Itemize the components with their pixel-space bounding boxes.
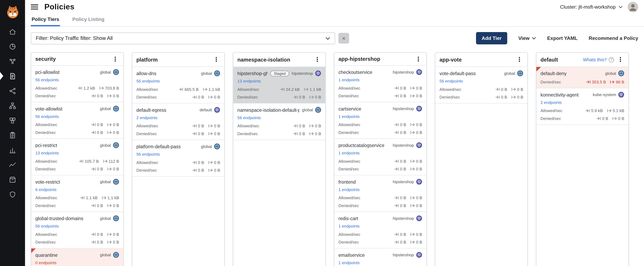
clear-filter-button[interactable]: × (338, 33, 349, 44)
policy-name[interactable]: default-deny (540, 71, 566, 76)
policy-endpoints-link[interactable]: 1 endpoints (338, 114, 360, 119)
policy-name[interactable]: emailservice (338, 252, 365, 258)
metric-values: 0 B 0 B (293, 95, 321, 99)
user-avatar[interactable] (628, 2, 638, 12)
policy-endpoints-link[interactable]: 56 endpoints (35, 114, 59, 119)
tier-help: Whats this? ? (583, 57, 614, 62)
policy-name[interactable]: pci-restrict (35, 143, 57, 148)
policy-name[interactable]: checkoutservice (338, 70, 372, 74)
tier-menu-button[interactable]: ⋮ (414, 55, 422, 63)
policy-name[interactable]: vote-restrict (35, 179, 60, 184)
policy-endpoints-link[interactable]: 1 endpoints (338, 77, 360, 83)
sidebar-item-compliance[interactable] (0, 187, 25, 202)
policy-card[interactable]: default-egress default 2 endpoints Allow… (132, 104, 224, 140)
policy-card[interactable]: vote-allowlist global 56 endpoints Allow… (31, 102, 123, 139)
tier-menu-button[interactable]: ⋮ (111, 55, 119, 63)
policy-name[interactable]: vote-allowlist (35, 106, 62, 111)
policy-endpoints-link[interactable]: 13 endpoints (35, 150, 59, 156)
tab-policy-listing[interactable]: Policy Listing (72, 14, 105, 26)
policy-card[interactable]: cartservice hipstershop 1 endpoints Allo… (334, 102, 426, 139)
policy-endpoints-link[interactable]: 1 endpoints (338, 187, 360, 192)
policy-card[interactable]: vote-restrict global 6 endpoints Allowed… (31, 175, 123, 212)
policy-endpoints-link[interactable]: 0 endpoints (35, 260, 56, 266)
policy-card[interactable]: quarantine global 0 endpoints (31, 248, 123, 266)
sidebar-item-network-sets[interactable] (0, 113, 25, 128)
sidebar-item-reports[interactable] (0, 142, 25, 157)
policy-endpoints-link[interactable]: 56 endpoints (136, 152, 160, 157)
policy-endpoints-link[interactable]: 56 endpoints (136, 78, 160, 84)
metric-values: 0 B 0 B (596, 116, 624, 120)
policy-endpoints-link[interactable]: 56 endpoints (35, 77, 59, 83)
policy-card[interactable]: redis-cart hipstershop 1 endpoints Allow… (334, 212, 426, 248)
policy-endpoints-link[interactable]: 1 endpoints (338, 150, 360, 156)
traffic-metric-row: Denied/sec 0 B 0 B (338, 166, 422, 172)
metric-label: Denied/sec (338, 203, 394, 208)
sidebar-item-logs[interactable] (0, 128, 25, 142)
policy-endpoints-link[interactable]: 1 endpoints (338, 260, 360, 266)
policy-name[interactable]: allow-dns (136, 71, 156, 76)
egress-value: 0 B (214, 95, 220, 99)
policy-endpoints-link[interactable]: 56 endpoints (35, 224, 59, 229)
policy-card[interactable]: vote-default-pass global 56 endpoints Al… (435, 67, 527, 104)
policy-name[interactable]: global-trusted-domains (35, 216, 83, 221)
recommend-policy-button[interactable]: Recommend a Policy (589, 35, 638, 41)
add-tier-button[interactable]: Add Tier (476, 32, 507, 44)
policy-name[interactable]: pci-allowlist (35, 70, 60, 74)
policy-card[interactable]: checkoutservice hipstershop 1 endpoints … (334, 66, 426, 102)
tier-menu-button[interactable]: ⋮ (616, 56, 624, 63)
policy-card[interactable]: pci-allowlist global 56 endpoints Allowe… (31, 66, 123, 102)
sidebar-item-activity[interactable] (0, 157, 25, 172)
sidebar-item-nodes[interactable] (0, 84, 25, 98)
sidebar-item-endpoints[interactable] (0, 98, 25, 113)
policy-endpoints-link[interactable]: 2 endpoints (136, 115, 158, 120)
policy-card[interactable]: allow-dns global 56 endpoints Allowed/se… (132, 67, 224, 104)
sidebar-item-storage[interactable] (0, 172, 25, 187)
policy-name[interactable]: quarantine (35, 252, 58, 258)
traffic-metric-row: Allowed/sec 0 B 0 B (136, 159, 220, 165)
tiger-logo[interactable] (4, 4, 21, 20)
policy-card[interactable]: namespace-isolation-default-p... global … (233, 104, 326, 140)
policy-endpoints-link[interactable]: 56 endpoints (237, 115, 261, 120)
help-icon[interactable]: ? (609, 57, 614, 62)
sidebar-item-home[interactable] (0, 24, 25, 39)
policy-name[interactable]: cartservice (338, 106, 361, 111)
cluster-selector[interactable]: Cluster: jlt-msft-workshop (560, 4, 623, 10)
policy-name[interactable]: frontend (338, 179, 356, 184)
policy-name[interactable]: hipstershop-gh... (237, 71, 268, 76)
sidebar-item-policies[interactable] (0, 69, 25, 84)
export-yaml-button[interactable]: Export YAML (547, 35, 578, 41)
traffic-filter-select[interactable]: Filter: Policy Traffic filter: Show All (31, 32, 335, 44)
policy-name[interactable]: namespace-isolation-default-p... (237, 108, 300, 112)
tier-menu-button[interactable]: ⋮ (212, 56, 220, 63)
policy-endpoints-link[interactable]: 56 endpoints (440, 78, 463, 84)
policy-card[interactable]: pci-restrict global 13 endpoints Allowed… (31, 139, 123, 175)
policy-card[interactable]: productcatalogservice hipstershop 1 endp… (334, 139, 426, 175)
policy-card[interactable]: hipstershop-gh... Staged hipstershop 13 … (233, 67, 326, 104)
view-button[interactable]: View (518, 35, 536, 41)
menu-icon[interactable] (31, 4, 38, 10)
sidebar-item-service-graph[interactable] (0, 54, 25, 69)
policy-card[interactable]: emailservice hipstershop 1 endpoints All… (334, 248, 426, 266)
sidebar-item-dashboard[interactable] (0, 39, 25, 54)
policy-endpoints-link[interactable]: 2 endpoints (540, 100, 562, 105)
policy-name[interactable]: vote-default-pass (440, 71, 476, 76)
policy-endpoints-link[interactable]: 6 endpoints (35, 187, 56, 192)
tier-menu-button[interactable]: ⋮ (516, 56, 523, 63)
whats-this-link[interactable]: Whats this? (583, 57, 606, 62)
policy-name[interactable]: platform-default-pass (136, 144, 181, 149)
policy-name[interactable]: default-egress (136, 108, 166, 112)
tier-menu-button[interactable]: ⋮ (314, 56, 321, 63)
traffic-metric-row: Allowed/sec 0 B 0 B (338, 195, 422, 200)
policy-endpoints-link[interactable]: 13 endpoints (237, 78, 261, 84)
policy-card[interactable]: frontend hipstershop 1 endpoints Allowed… (334, 175, 426, 212)
policy-name[interactable]: redis-cart (338, 216, 358, 221)
policy-endpoints-link[interactable]: 1 endpoints (338, 224, 360, 229)
policy-card[interactable]: default-deny global Denied/sec 353.5 B (536, 67, 628, 88)
policy-card[interactable]: platform-default-pass global 56 endpoint… (132, 140, 224, 176)
policy-name[interactable]: konnectivity-agent (540, 92, 578, 97)
policy-card[interactable]: konnectivity-agent kube-system 2 endpoin… (536, 88, 628, 125)
policy-name[interactable]: productcatalogservice (338, 143, 384, 148)
policy-card[interactable]: global-trusted-domains global 56 endpoin… (31, 212, 123, 248)
globe-icon (618, 70, 624, 76)
tab-policy-tiers[interactable]: Policy Tiers (31, 14, 60, 26)
